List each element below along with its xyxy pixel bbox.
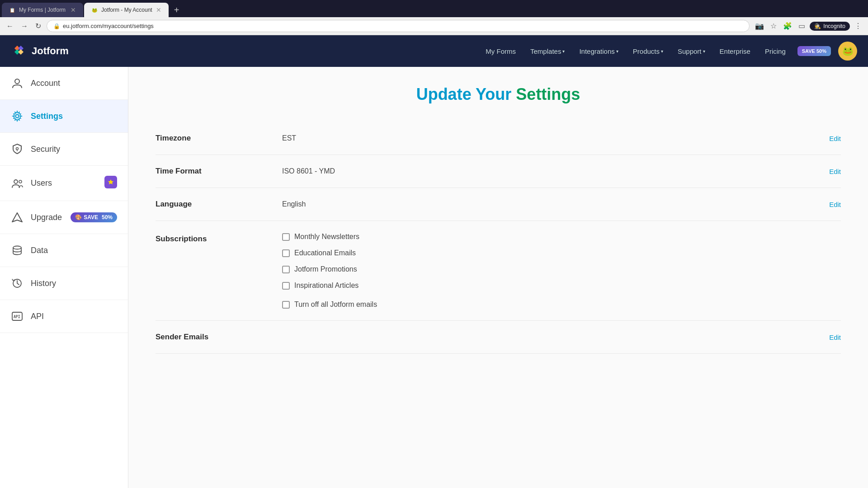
page-title-highlight: Settings — [516, 85, 580, 103]
products-chevron: ▾ — [661, 49, 663, 54]
sidebar-item-data[interactable]: Data — [0, 234, 128, 267]
tab2-close[interactable]: ✕ — [156, 6, 161, 14]
address-bar[interactable]: 🔒 eu.jotform.com/myaccount/settings — [47, 20, 750, 32]
turn-off-emails-row: Turn off all Jotform emails — [282, 300, 841, 309]
sidebar-item-security[interactable]: Security — [0, 133, 128, 166]
account-label: Account — [31, 79, 60, 88]
nav-products[interactable]: Products▾ — [627, 44, 670, 59]
turn-off-emails-label: Turn off all Jotform emails — [294, 300, 377, 309]
jotform-promotions-checkbox[interactable] — [282, 266, 290, 273]
language-edit-button[interactable]: Edit — [829, 201, 841, 208]
security-icon — [11, 143, 24, 155]
bookmark-icon[interactable]: ☆ — [769, 20, 778, 32]
monthly-newsletters-label: Monthly Newsletters — [294, 233, 359, 241]
nav-my-forms[interactable]: My Forms — [479, 44, 522, 59]
educational-emails-row: Educational Emails — [282, 249, 841, 257]
incognito-label: Incognito — [823, 23, 845, 29]
timezone-edit-button[interactable]: Edit — [829, 135, 841, 142]
tab1-favicon: 📋 — [9, 7, 15, 13]
upgrade-label: Upgrade — [31, 213, 62, 222]
avatar[interactable]: 🐸 — [838, 42, 857, 61]
split-view-icon[interactable]: ▭ — [797, 20, 807, 32]
nav-support[interactable]: Support▾ — [671, 44, 712, 59]
subscriptions-row: Subscriptions Monthly Newsletters Educat… — [156, 221, 841, 321]
api-label: API — [31, 312, 44, 321]
camera-off-icon[interactable]: 📷 — [753, 20, 766, 32]
menu-button[interactable]: ⋮ — [853, 20, 863, 32]
nav-links: My Forms Templates▾ Integrations▾ Produc… — [479, 42, 857, 61]
save50-nav-badge[interactable]: SAVE 50% — [797, 46, 831, 56]
sidebar-item-api[interactable]: API API — [0, 300, 128, 333]
upgrade-badge-pct: 50% — [102, 214, 113, 221]
sidebar: Account Settings — [0, 67, 128, 488]
browser-tabs: 📋 My Forms | Jotform ✕ 🐸 Jotform - My Ac… — [0, 0, 868, 17]
time-format-value: ISO 8601 - YMD — [282, 167, 829, 175]
address-text: eu.jotform.com/myaccount/settings — [63, 23, 154, 29]
logo[interactable]: Jotform — [11, 43, 69, 59]
svg-point-1 — [15, 79, 19, 84]
security-label: Security — [31, 145, 60, 154]
data-icon — [11, 244, 24, 257]
history-label: History — [31, 279, 56, 288]
reload-button[interactable]: ↻ — [33, 20, 43, 32]
language-value: English — [282, 200, 829, 208]
nav-templates[interactable]: Templates▾ — [524, 44, 571, 59]
sidebar-item-history[interactable]: History — [0, 267, 128, 300]
svg-text:API: API — [14, 315, 20, 319]
sidebar-item-upgrade[interactable]: Upgrade 🎨 SAVE 50% — [0, 201, 128, 234]
support-chevron: ▾ — [703, 49, 705, 54]
logo-icon — [11, 43, 27, 59]
svg-point-2 — [16, 115, 19, 118]
monthly-newsletters-checkbox[interactable] — [282, 233, 290, 241]
sender-emails-row: Sender Emails Edit — [156, 321, 841, 354]
inspirational-articles-checkbox[interactable] — [282, 282, 290, 290]
browser-toolbar: ← → ↻ 🔒 eu.jotform.com/myaccount/setting… — [0, 17, 868, 35]
language-label: Language — [156, 200, 282, 209]
svg-point-8 — [13, 246, 21, 249]
time-format-edit-button[interactable]: Edit — [829, 168, 841, 175]
templates-chevron: ▾ — [562, 49, 565, 54]
top-nav: Jotform My Forms Templates▾ Integrations… — [0, 35, 868, 67]
browser-chrome: 📋 My Forms | Jotform ✕ 🐸 Jotform - My Ac… — [0, 0, 868, 35]
back-button[interactable]: ← — [5, 20, 15, 32]
nav-pricing[interactable]: Pricing — [759, 44, 792, 59]
incognito-icon: 🕵 — [814, 23, 821, 29]
data-label: Data — [31, 246, 48, 255]
incognito-badge: 🕵 Incognito — [810, 22, 850, 31]
forward-button[interactable]: → — [19, 20, 30, 32]
app: Jotform My Forms Templates▾ Integrations… — [0, 35, 868, 488]
integrations-chevron: ▾ — [616, 49, 618, 54]
timezone-value: EST — [282, 134, 829, 142]
svg-point-6 — [19, 180, 22, 183]
time-format-row: Time Format ISO 8601 - YMD Edit — [156, 155, 841, 188]
educational-emails-label: Educational Emails — [294, 249, 356, 257]
browser-tab-1[interactable]: 📋 My Forms | Jotform ✕ — [2, 3, 83, 17]
sender-emails-label: Sender Emails — [156, 333, 282, 342]
nav-integrations[interactable]: Integrations▾ — [573, 44, 624, 59]
sidebar-item-account[interactable]: Account — [0, 67, 128, 100]
tab1-title: My Forms | Jotform — [19, 7, 66, 13]
new-tab-button[interactable]: + — [170, 3, 184, 17]
browser-tab-2[interactable]: 🐸 Jotform - My Account ✕ — [84, 3, 169, 17]
educational-emails-checkbox[interactable] — [282, 249, 290, 257]
upgrade-icon — [11, 211, 24, 224]
nav-enterprise[interactable]: Enterprise — [713, 44, 757, 59]
sidebar-item-settings[interactable]: Settings — [0, 100, 128, 133]
logo-text: Jotform — [32, 45, 69, 57]
inspirational-articles-label: Inspirational Articles — [294, 282, 359, 290]
browser-actions: 📷 ☆ 🧩 ▭ 🕵 Incognito ⋮ — [753, 20, 863, 32]
sender-emails-edit-button[interactable]: Edit — [829, 333, 841, 341]
svg-point-5 — [14, 180, 18, 183]
time-format-label: Time Format — [156, 167, 282, 176]
extensions-icon[interactable]: 🧩 — [781, 20, 794, 32]
turn-off-emails-checkbox[interactable] — [282, 301, 290, 309]
page-title: Update Your Settings — [156, 85, 841, 104]
settings-label: Settings — [31, 112, 63, 121]
settings-icon — [11, 110, 24, 122]
upgrade-save-badge: 🎨 SAVE 50% — [71, 212, 117, 222]
sidebar-item-users[interactable]: Users — [0, 166, 128, 201]
jotform-promotions-row: Jotform Promotions — [282, 265, 841, 273]
subscriptions-label: Subscriptions — [156, 233, 282, 244]
tab1-close[interactable]: ✕ — [71, 6, 76, 14]
language-row: Language English Edit — [156, 188, 841, 221]
